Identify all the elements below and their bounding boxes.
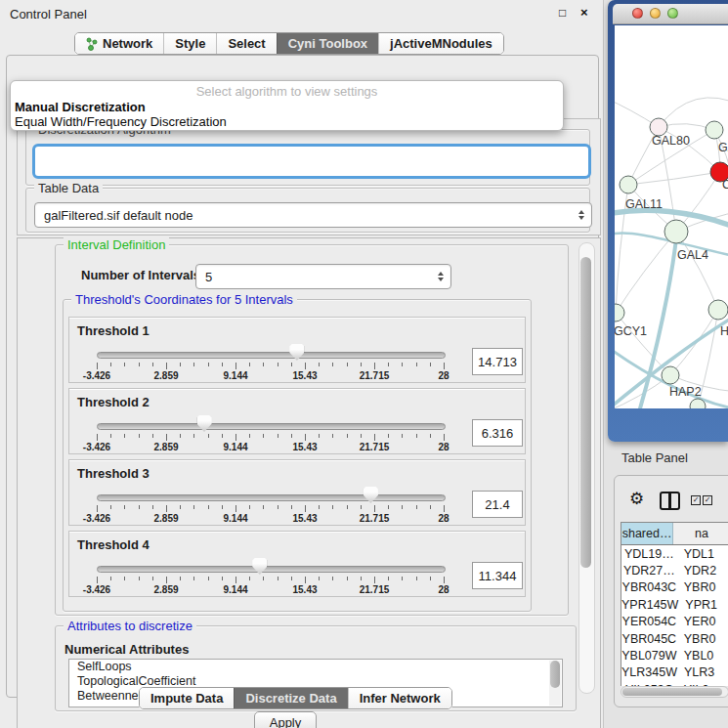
slider-tick xyxy=(124,363,125,366)
slider-tick xyxy=(430,363,431,366)
column-header-shared-name[interactable]: shared… xyxy=(621,523,673,544)
table-panel-title: Table Panel xyxy=(621,450,688,465)
network-node[interactable] xyxy=(664,220,688,243)
threshold-value-field[interactable]: 14.713 xyxy=(472,348,523,375)
slider-tick xyxy=(222,505,223,509)
slider-track[interactable] xyxy=(97,566,446,573)
slider-tick-label: -3.426 xyxy=(83,442,110,452)
minimize-window-icon[interactable] xyxy=(650,8,661,19)
list-scrollbar-thumb[interactable] xyxy=(550,661,560,688)
panel-scrollbar-thumb[interactable] xyxy=(580,257,591,568)
algorithm-dropdown-popup: Select algorithm to view settings Manual… xyxy=(10,80,564,131)
interval-definition-label: Interval Definition xyxy=(64,237,169,252)
slider-tick xyxy=(319,505,320,509)
table-row[interactable]: YER054CYER0 xyxy=(621,614,728,630)
slider-tick xyxy=(97,505,98,512)
tab-impute-data[interactable]: Impute Data xyxy=(140,688,234,708)
slider-track[interactable] xyxy=(97,352,446,359)
algorithm-combo[interactable] xyxy=(32,144,591,179)
slider-tick xyxy=(249,363,250,366)
table-row[interactable]: YLR345WYLR3 xyxy=(621,664,728,681)
tab-infer-network[interactable]: Infer Network xyxy=(348,688,451,708)
number-of-intervals-combo[interactable]: 5 xyxy=(195,264,451,289)
slider-tick xyxy=(278,434,278,438)
cell-shared-name: YBR043C xyxy=(621,579,677,596)
checkbox-icon: ✓ xyxy=(691,495,701,505)
table-data-combo[interactable]: galFiltered.sif default node xyxy=(34,202,592,228)
gear-icon[interactable]: ⚙ xyxy=(629,491,644,507)
slider-tick xyxy=(402,577,403,580)
table-h-scrollbar-thumb[interactable] xyxy=(622,688,722,696)
tab-network[interactable]: Network xyxy=(75,33,163,54)
network-node[interactable] xyxy=(620,176,637,193)
slider-tick-label: 15.43 xyxy=(292,513,317,524)
column-header-name[interactable]: na xyxy=(673,523,728,544)
control-panel: Control Panel □ × NetworkStyleSelectCyni… xyxy=(0,0,604,728)
table-row[interactable]: YDL19…YDL1 xyxy=(621,545,728,562)
table-row[interactable]: YBL079WYBL0 xyxy=(621,647,728,664)
network-edge[interactable] xyxy=(628,172,720,185)
list-scrollbar[interactable] xyxy=(549,661,561,706)
slider-tick xyxy=(332,363,333,366)
tab-jactivemnodules[interactable]: jActiveMNodules xyxy=(378,33,503,54)
tab-style[interactable]: Style xyxy=(163,33,216,54)
slider-tick-label: 9.144 xyxy=(223,370,247,381)
node-label: HAP2 xyxy=(669,385,702,399)
network-node[interactable] xyxy=(615,304,624,321)
network-node[interactable] xyxy=(706,121,723,139)
network-canvas[interactable]: GAL80GACGAL11GAL4GCY1HHAP2 xyxy=(615,25,728,408)
slider-tick xyxy=(249,505,250,509)
table-row[interactable]: YPR145WYPR1 xyxy=(621,596,728,613)
slider-tick xyxy=(152,505,153,509)
cell-name: YBR0 xyxy=(677,630,728,647)
slider-tick-label: 28 xyxy=(438,442,449,452)
slider-tick xyxy=(319,434,320,438)
float-window-icon[interactable]: □ xyxy=(559,6,566,20)
tab-jactivemnodules-label: jActiveMNodules xyxy=(390,36,492,51)
slider-tick xyxy=(124,505,125,509)
columns-icon[interactable] xyxy=(660,492,680,510)
threshold-value-field[interactable]: 6.316 xyxy=(472,419,523,447)
cell-name: YBR0 xyxy=(677,579,728,596)
network-node[interactable] xyxy=(708,300,728,320)
tab-select[interactable]: Select xyxy=(216,33,276,54)
zoom-window-icon[interactable] xyxy=(667,8,678,19)
network-node[interactable] xyxy=(662,366,679,384)
slider-tick-label: 2.859 xyxy=(153,370,178,381)
close-window-icon[interactable] xyxy=(632,8,643,19)
slider-tick xyxy=(444,434,445,441)
slider-tick xyxy=(361,434,362,438)
numerical-attributes-label: Numerical Attributes xyxy=(64,642,189,657)
threshold-label: Threshold 1 xyxy=(77,323,150,338)
slider-tick-label: 9.144 xyxy=(223,584,247,595)
algorithm-option-manual-discretization[interactable]: Manual Discretization xyxy=(11,100,563,114)
network-window[interactable]: GAL80GACGAL11GAL4GCY1HHAP2 xyxy=(608,0,728,442)
slider-tick xyxy=(110,505,111,509)
threshold-label: Threshold 3 xyxy=(77,466,150,481)
slider-tick xyxy=(166,363,167,369)
slider-track[interactable] xyxy=(97,494,446,501)
close-panel-icon[interactable]: × xyxy=(580,5,588,20)
table-row[interactable]: YBR045CYBR0 xyxy=(621,630,728,647)
slider-tick xyxy=(332,577,333,580)
threshold-value-field[interactable]: 11.344 xyxy=(472,562,523,589)
tab-discretize-data[interactable]: Discretize Data xyxy=(234,688,347,708)
slider-track[interactable] xyxy=(97,423,446,430)
panel-scrollbar[interactable] xyxy=(578,242,595,694)
threshold-value-field[interactable]: 21.4 xyxy=(472,491,523,518)
slider-tick xyxy=(193,577,194,580)
slider-tick xyxy=(166,434,167,441)
slider-tick xyxy=(319,577,320,580)
table-row[interactable]: YBR043CYBR0 xyxy=(621,579,728,596)
tab-style-label: Style xyxy=(175,36,205,51)
slider-tick xyxy=(402,505,403,509)
list-item-selfloops[interactable]: SelfLoops xyxy=(69,660,562,674)
select-columns-icon[interactable]: ✓ ✓ xyxy=(691,495,712,505)
slider-tick xyxy=(208,505,209,509)
table-h-scrollbar[interactable] xyxy=(621,686,728,698)
tab-cyni-toolbox[interactable]: Cyni Toolbox xyxy=(277,33,378,54)
algorithm-option-equal-width-frequency-discretization[interactable]: Equal Width/Frequency Discretization xyxy=(11,114,563,129)
table-row[interactable]: YDR27…YDR2 xyxy=(621,562,728,578)
apply-button[interactable]: Apply xyxy=(254,711,317,728)
slider-tick xyxy=(124,577,125,580)
